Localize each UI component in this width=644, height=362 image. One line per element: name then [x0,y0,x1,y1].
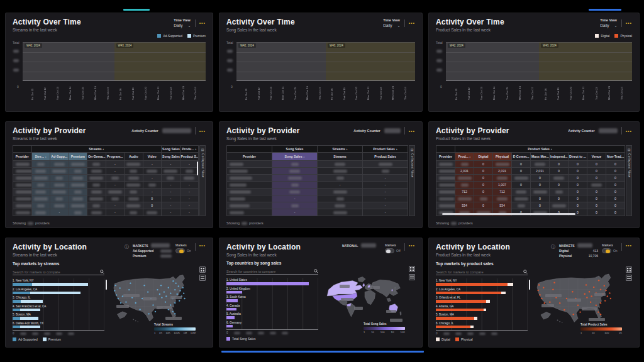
time-view-dropdown[interactable]: Time View Daily⌄ [174,18,191,28]
column-group[interactable]: Song Sales [162,146,180,153]
more-menu-icon[interactable]: ••• [626,243,632,248]
column-group[interactable]: Song Sales [272,146,318,153]
market-row[interactable]: 1. New York, NY [436,279,528,286]
bar-group[interactable] [602,42,615,81]
column-header[interactable]: Product Sales [363,153,408,161]
market-row[interactable]: 2. United Kingdom [226,287,318,294]
more-menu-icon[interactable]: ••• [199,243,206,248]
bar-group[interactable] [350,42,362,81]
market-dot[interactable] [135,302,136,304]
column-header[interactable]: Prod... ↓ [455,153,474,161]
table-row[interactable]: --- [13,189,199,195]
markets-toggle[interactable] [385,248,394,253]
bar-group[interactable] [289,42,301,81]
market-dot[interactable] [605,290,606,291]
market-dot[interactable] [552,288,553,290]
bar-group[interactable] [164,42,177,81]
bar-group[interactable] [475,42,488,81]
column-header[interactable]: Program... [106,153,125,161]
market-dot[interactable] [541,298,542,299]
horizontal-scrollbar[interactable] [442,213,575,215]
column-group[interactable]: Streams › [318,146,363,153]
market-dot[interactable] [174,289,175,290]
table-row[interactable]: -- [227,195,408,202]
market-dot[interactable] [139,309,140,310]
column-group[interactable]: Produ... › [180,146,199,153]
more-menu-icon[interactable]: ••• [409,243,415,248]
bar-group[interactable] [89,42,102,81]
table-row[interactable]: 01,00700000 [436,182,625,189]
market-dot[interactable] [120,302,121,304]
table-row[interactable]: 00000 [436,175,625,182]
market-dot[interactable] [164,292,165,293]
bar-group[interactable] [39,42,52,81]
market-dot[interactable] [119,287,120,288]
market-row[interactable]: 2. Los Angeles, CA [13,288,104,295]
market-dot[interactable] [600,302,601,304]
search-box[interactable] [13,270,104,275]
more-menu-icon[interactable]: ••• [199,129,206,133]
market-row[interactable]: 3. Chicago, IL [13,296,104,303]
market-dot[interactable] [125,302,126,303]
column-header[interactable]: Physical [493,153,512,161]
collapsed-view-tab[interactable]: ▤ Collapsed View [409,145,415,216]
table-row[interactable]: 53405340000 [436,202,625,209]
map-grid-view-button[interactable] [199,266,206,273]
search-box[interactable] [226,269,318,275]
market-dot[interactable] [128,289,130,290]
bar-group[interactable] [52,42,64,81]
column-header[interactable]: Provider [13,153,32,161]
market-row[interactable]: 6. Dallas-Fort Worth, TX [13,322,104,329]
more-menu-icon[interactable]: ••• [626,129,632,133]
search-input[interactable] [436,270,523,274]
market-dot[interactable] [179,300,180,302]
market-dot[interactable] [172,311,174,312]
search-box[interactable] [436,270,528,275]
market-dot[interactable] [148,313,149,314]
bar-group[interactable] [265,42,277,81]
bar-group[interactable] [240,42,252,81]
market-dot[interactable] [179,290,180,292]
market-dot[interactable] [131,297,133,299]
column-header[interactable]: Premium [69,153,87,161]
market-dot[interactable] [559,302,560,304]
market-dot[interactable] [600,288,601,290]
vertical-scrollbar[interactable] [106,280,107,290]
bar-group[interactable] [488,42,501,81]
bar-group[interactable] [77,42,89,81]
bar-group[interactable] [501,42,513,81]
bar-group[interactable] [189,42,202,81]
market-dot[interactable] [543,287,544,288]
column-header[interactable]: Song Sales [162,153,180,161]
bar-group[interactable] [539,42,552,81]
column-header[interactable]: Direct to ... [569,153,587,161]
search-input[interactable] [226,270,314,273]
column-header[interactable]: Streams [318,153,363,161]
market-dot[interactable] [572,291,573,292]
market-dot[interactable] [589,291,590,292]
table-row[interactable]: ---- [13,161,199,168]
bar-group[interactable] [114,42,126,81]
market-dot[interactable] [175,283,176,284]
bar-group[interactable] [126,42,139,81]
bar-group[interactable] [177,42,189,81]
column-header[interactable]: Ad-Supp... [50,153,69,161]
bar-group[interactable] [362,42,374,81]
market-dot[interactable] [118,298,119,299]
market-row[interactable]: 3. Orlando et al, FL [436,296,528,303]
more-menu-icon[interactable]: ••• [626,21,632,25]
market-dot[interactable] [174,313,175,314]
market-dot[interactable] [600,314,601,315]
table-row[interactable]: -- [227,209,408,216]
market-dot[interactable] [130,283,131,284]
market-dot[interactable] [591,295,592,297]
bar-group[interactable] [139,42,152,81]
map-grid-view-button[interactable] [626,266,632,273]
market-dot[interactable] [114,290,115,292]
table-row[interactable]: -0-- [13,202,199,209]
bar-group[interactable] [338,42,350,81]
column-header[interactable]: Digital [474,153,493,161]
column-header[interactable]: Independ... [550,153,569,161]
bar-group[interactable] [565,42,577,81]
map-list-view-button[interactable] [626,275,632,281]
